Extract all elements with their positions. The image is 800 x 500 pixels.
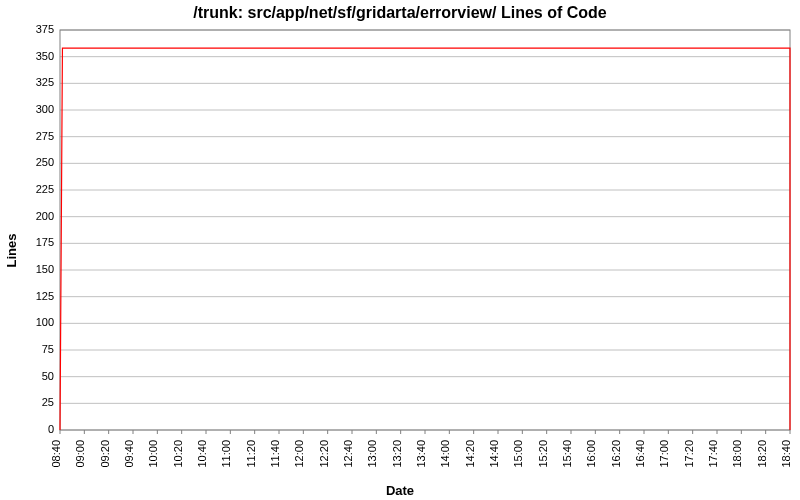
plot-border (60, 30, 790, 430)
svg-text:17:20: 17:20 (683, 440, 695, 468)
svg-text:17:40: 17:40 (707, 440, 719, 468)
svg-text:325: 325 (36, 76, 54, 88)
svg-text:14:40: 14:40 (488, 440, 500, 468)
svg-text:18:40: 18:40 (780, 440, 792, 468)
svg-text:25: 25 (42, 396, 54, 408)
svg-text:10:40: 10:40 (196, 440, 208, 468)
svg-text:12:40: 12:40 (342, 440, 354, 468)
svg-text:75: 75 (42, 343, 54, 355)
svg-text:14:20: 14:20 (464, 440, 476, 468)
svg-text:175: 175 (36, 236, 54, 248)
svg-text:16:00: 16:00 (585, 440, 597, 468)
svg-text:17:00: 17:00 (658, 440, 670, 468)
chart-svg: 0255075100125150175200225250275300325350… (0, 0, 800, 500)
svg-text:13:20: 13:20 (391, 440, 403, 468)
grid-lines-y (60, 30, 790, 430)
chart-container: /trunk: src/app/net/sf/gridarta/errorvie… (0, 0, 800, 500)
svg-text:11:40: 11:40 (269, 440, 281, 468)
svg-text:14:00: 14:00 (439, 440, 451, 468)
svg-text:15:20: 15:20 (537, 440, 549, 468)
svg-text:50: 50 (42, 370, 54, 382)
svg-text:100: 100 (36, 316, 54, 328)
svg-text:18:20: 18:20 (756, 440, 768, 468)
svg-text:375: 375 (36, 23, 54, 35)
svg-text:09:20: 09:20 (99, 440, 111, 468)
svg-text:09:00: 09:00 (74, 440, 86, 468)
svg-text:250: 250 (36, 156, 54, 168)
svg-text:125: 125 (36, 290, 54, 302)
svg-text:13:40: 13:40 (415, 440, 427, 468)
svg-text:15:00: 15:00 (512, 440, 524, 468)
svg-text:11:20: 11:20 (245, 440, 257, 468)
svg-text:13:00: 13:00 (366, 440, 378, 468)
svg-text:300: 300 (36, 103, 54, 115)
y-axis-ticks: 0255075100125150175200225250275300325350… (36, 23, 54, 435)
svg-text:15:40: 15:40 (561, 440, 573, 468)
svg-text:16:40: 16:40 (634, 440, 646, 468)
svg-text:275: 275 (36, 130, 54, 142)
svg-text:0: 0 (48, 423, 54, 435)
svg-text:200: 200 (36, 210, 54, 222)
svg-text:16:20: 16:20 (610, 440, 622, 468)
svg-text:10:20: 10:20 (172, 440, 184, 468)
x-axis-ticks: 08:4009:0009:2009:4010:0010:2010:4011:00… (50, 430, 792, 468)
svg-text:12:00: 12:00 (293, 440, 305, 468)
svg-text:11:00: 11:00 (220, 440, 232, 468)
svg-text:10:00: 10:00 (147, 440, 159, 468)
svg-text:08:40: 08:40 (50, 440, 62, 468)
svg-text:350: 350 (36, 50, 54, 62)
svg-text:225: 225 (36, 183, 54, 195)
svg-text:150: 150 (36, 263, 54, 275)
svg-text:12:20: 12:20 (318, 440, 330, 468)
svg-text:18:00: 18:00 (731, 440, 743, 468)
data-series (60, 48, 790, 430)
svg-text:09:40: 09:40 (123, 440, 135, 468)
